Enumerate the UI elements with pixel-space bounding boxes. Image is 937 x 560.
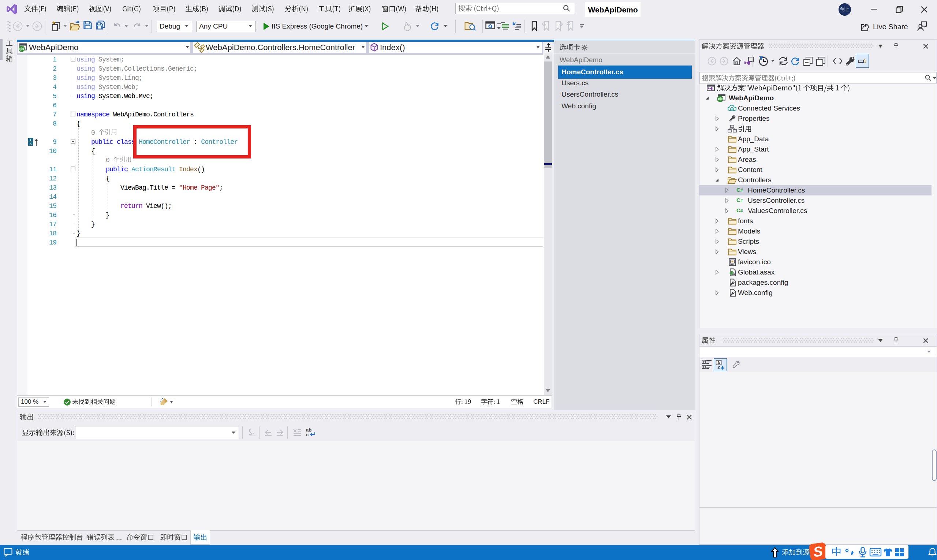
svg-text:I: I [30, 138, 31, 142]
svg-text:o: o [30, 142, 32, 146]
svg-text:Z: Z [718, 366, 720, 370]
svg-text:A: A [717, 361, 720, 365]
svg-text:c: c [306, 432, 309, 437]
